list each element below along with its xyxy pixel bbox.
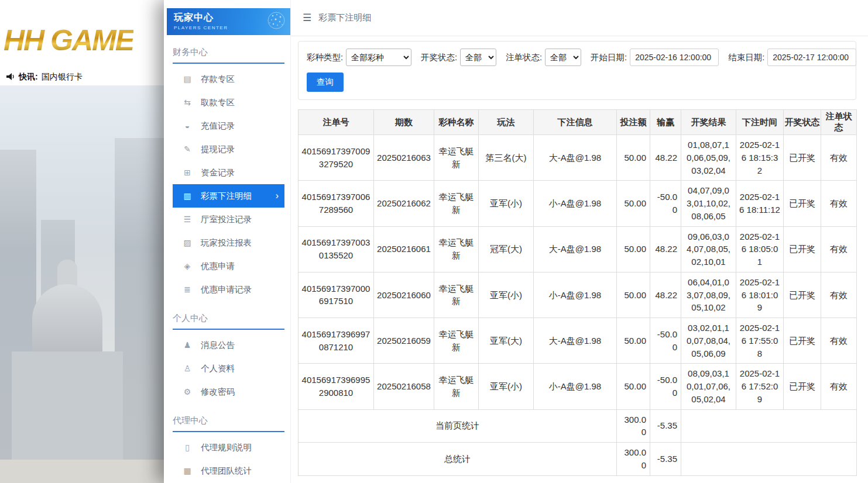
sidebar-header: 玩家中心 PLAYERS CENTER	[167, 8, 290, 35]
cell-bet-amount: 50.00	[617, 135, 650, 181]
cell-draw-result: 03,02,01,10,07,08,04,05,06,09	[681, 318, 736, 364]
order-status-label: 注单状态:	[506, 52, 542, 63]
withdraw-icon: ⇆	[182, 98, 193, 107]
cell-play: 亚军(大)	[479, 318, 534, 364]
cell-draw-status: 已开奖	[784, 364, 821, 409]
sidebar-item-change-password[interactable]: ⚙ 修改密码	[173, 380, 284, 403]
cell-order-id: 401569173969970871210	[299, 318, 374, 364]
cell-winloss: 48.22	[650, 272, 681, 318]
background-photo	[0, 85, 164, 483]
summary-empty	[681, 409, 857, 443]
profile-icon: ♙	[182, 364, 193, 373]
cell-bet-time: 2025-02-16 18:11:12	[736, 181, 784, 226]
cell-bet-time: 2025-02-16 17:55:08	[736, 318, 784, 364]
summary-label: 总统计	[299, 443, 617, 476]
sidebar-item-funds-records[interactable]: ⊞ 资金记录	[173, 161, 284, 184]
header-draw-status: 开奖状态	[784, 110, 821, 135]
table-row: 401569173969952900810 20250216058 幸运飞艇新 …	[299, 364, 857, 409]
cell-lottery-name: 幸运飞艇新	[434, 272, 479, 318]
promo-icon: ◈	[182, 261, 193, 271]
site-logo: HH GAME	[4, 23, 133, 57]
draw-status-label: 开奖状态:	[421, 52, 457, 63]
cell-period: 20250216061	[374, 226, 434, 272]
cell-period: 20250216059	[374, 318, 434, 364]
header-bet-info: 下注信息	[534, 110, 617, 135]
cell-draw-result: 06,04,01,03,07,08,09,05,10,02	[681, 272, 736, 318]
sidebar-item-promo-apply-records[interactable]: ≣ 优惠申请记录	[173, 278, 284, 301]
cell-play: 冠军(大)	[479, 226, 534, 272]
cell-winloss: -50.00	[650, 364, 681, 409]
sidebar-item-promo-apply[interactable]: ◈ 优惠申请	[173, 254, 284, 278]
header-bet-time: 下注时间	[736, 110, 784, 135]
cell-lottery-name: 幸运飞艇新	[434, 364, 479, 409]
summary-label: 当前页统计	[299, 409, 617, 443]
summary-bet-total: 300.00	[617, 409, 650, 443]
sidebar-item-agent-rules[interactable]: ▯ 代理规则说明	[173, 436, 284, 459]
sidebar-item-profile[interactable]: ♙ 个人资料	[173, 357, 284, 380]
summary-winloss-total: -5.35	[650, 443, 681, 476]
table-row: 401569173969970871210 20250216059 幸运飞艇新 …	[299, 318, 857, 364]
lottery-detail-icon: ▥	[182, 191, 193, 201]
background-site: HH GAME 快讯: 国内银行卡	[0, 0, 164, 483]
cell-draw-result: 04,07,09,03,01,10,02,08,06,05	[681, 181, 736, 226]
sidebar-item-recharge-records[interactable]: ◒ 充值记录	[173, 114, 284, 137]
report-icon: ▨	[182, 238, 193, 247]
cell-period: 20250216058	[374, 364, 434, 409]
end-date-input[interactable]	[767, 49, 856, 66]
recharge-icon: ◒	[182, 121, 193, 130]
cell-order-status: 有效	[821, 364, 857, 409]
header-draw-result: 开奖结果	[681, 110, 736, 135]
cell-period: 20250216062	[374, 181, 434, 226]
cell-lottery-name: 幸运飞艇新	[434, 181, 479, 226]
finance-menu: ▤ 存款专区 ⇆ 取款专区 ◒ 充值记录 ✎ 提现记录 ⊞ 资金记录 ▥ 彩票下…	[164, 64, 290, 301]
sidebar-item-deposit[interactable]: ▤ 存款专区	[173, 67, 284, 91]
section-label-finance: 财务中心	[173, 47, 284, 64]
order-status-select[interactable]: 全部	[545, 49, 581, 66]
cell-winloss: -50.00	[650, 181, 681, 226]
sidebar-item-withdrawal-records[interactable]: ✎ 提现记录	[173, 137, 284, 161]
header-order-id: 注单号	[299, 110, 374, 135]
bets-table: 注单号 期数 彩种名称 玩法 下注信息 投注额 输赢 开奖结果 下注时间 开奖状…	[298, 109, 857, 476]
cell-draw-status: 已开奖	[784, 226, 821, 272]
cell-order-id: 401569173970030135520	[299, 226, 374, 272]
cell-play: 第三名(大)	[479, 135, 534, 181]
query-button[interactable]: 查询	[307, 73, 344, 92]
table-row: 401569173970093279520 20250216063 幸运飞艇新 …	[299, 135, 857, 181]
cell-draw-result: 08,09,03,10,01,07,06,05,02,04	[681, 364, 736, 409]
hamburger-icon[interactable]: ☰	[303, 12, 311, 24]
cell-draw-status: 已开奖	[784, 135, 821, 181]
cell-bet-time: 2025-02-16 17:52:09	[736, 364, 784, 409]
sidebar-item-withdraw[interactable]: ⇆ 取款专区	[173, 91, 284, 114]
sidebar-item-agent-team-stats[interactable]: ▦ 代理团队统计	[173, 459, 284, 482]
cell-order-id: 401569173970067289560	[299, 181, 374, 226]
password-icon: ⚙	[182, 387, 193, 396]
summary-empty	[681, 443, 857, 476]
sidebar-item-hall-bet-records[interactable]: ☰ 厅室投注记录	[173, 208, 284, 231]
end-date-label: 结束日期:	[728, 52, 764, 63]
cell-order-id: 401569173970093279520	[299, 135, 374, 181]
deposit-icon: ▤	[182, 74, 193, 84]
summary-row-grand-total: 总统计 300.00 -5.35	[299, 443, 857, 476]
cell-bet-amount: 50.00	[617, 226, 650, 272]
team-stats-icon: ▦	[182, 466, 193, 475]
cell-draw-status: 已开奖	[784, 272, 821, 318]
sidebar-item-player-bet-report[interactable]: ▨ 玩家投注报表	[173, 231, 284, 254]
sidebar-item-announcements[interactable]: ♟ 消息公告	[173, 333, 284, 357]
withdrawal-record-icon: ✎	[182, 144, 193, 154]
cell-winloss: -50.00	[650, 318, 681, 364]
cell-draw-status: 已开奖	[784, 318, 821, 364]
announcement-icon: ♟	[182, 340, 193, 350]
start-date-input[interactable]	[630, 49, 719, 66]
page-title: 彩票下注明细	[318, 12, 371, 23]
sidebar-item-lottery-bet-details[interactable]: ▥ 彩票下注明细 ›	[173, 184, 284, 208]
lottery-type-select[interactable]: 全部彩种	[346, 49, 411, 66]
cell-bet-amount: 50.00	[617, 318, 650, 364]
draw-status-select[interactable]: 全部	[460, 49, 496, 66]
funds-icon: ⊞	[182, 168, 193, 177]
cell-bet-info: 大-A盘@1.98	[534, 135, 617, 181]
cell-play: 亚军(小)	[479, 181, 534, 226]
cell-bet-info: 大-A盘@1.98	[534, 226, 617, 272]
cell-bet-time: 2025-02-16 18:05:01	[736, 226, 784, 272]
hall-record-icon: ☰	[182, 215, 193, 224]
cell-lottery-name: 幸运飞艇新	[434, 318, 479, 364]
